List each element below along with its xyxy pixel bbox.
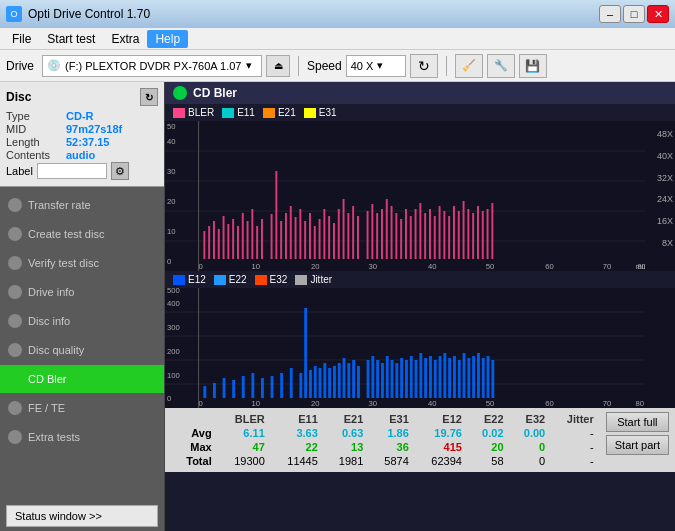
svg-text:30: 30 — [369, 399, 378, 408]
svg-text:70: 70 — [603, 262, 612, 271]
stats-max-e31: 36 — [369, 440, 414, 454]
svg-text:0: 0 — [167, 394, 172, 403]
minimize-button[interactable]: – — [599, 5, 621, 23]
disc-settings-button[interactable]: ⚙ — [111, 162, 129, 180]
menu-extra[interactable]: Extra — [103, 30, 147, 48]
sidebar-item-disc-info[interactable]: Disc info — [0, 307, 164, 335]
svg-rect-77 — [487, 209, 489, 259]
stats-max-e11: 22 — [271, 440, 324, 454]
legend-jitter-text: Jitter — [310, 274, 332, 285]
svg-rect-105 — [251, 373, 254, 398]
menu-file[interactable]: File — [4, 30, 39, 48]
refresh-button[interactable]: ↻ — [410, 54, 438, 78]
drive-select[interactable]: 💿 (F:) PLEXTOR DVDR PX-760A 1.07 ▾ — [42, 55, 262, 77]
svg-rect-60 — [405, 209, 407, 259]
stats-total-e12: 62394 — [415, 454, 468, 468]
disc-mid-val: 97m27s18f — [66, 123, 122, 135]
svg-rect-46 — [333, 223, 335, 259]
sidebar-item-create-test-disc[interactable]: Create test disc — [0, 220, 164, 248]
sidebar-item-cd-bler[interactable]: CD Bler — [0, 365, 164, 393]
svg-rect-56 — [386, 199, 388, 259]
stats-header-e12: E12 — [415, 412, 468, 426]
disc-type-val: CD-R — [66, 110, 94, 122]
svg-rect-38 — [295, 217, 297, 259]
stats-total-e22: 58 — [468, 454, 510, 468]
svg-rect-42 — [314, 226, 316, 259]
disc-label-input[interactable] — [37, 163, 107, 179]
sidebar-item-fe-te[interactable]: FE / TE — [0, 394, 164, 422]
svg-rect-75 — [477, 206, 479, 259]
menu-help[interactable]: Help — [147, 30, 188, 48]
svg-rect-41 — [309, 213, 311, 259]
legend-bler: BLER — [173, 107, 214, 118]
stats-header-e32: E32 — [510, 412, 552, 426]
sidebar-item-transfer-rate[interactable]: Transfer rate — [0, 191, 164, 219]
svg-text:100: 100 — [167, 371, 180, 380]
sidebar-item-drive-info[interactable]: Drive info — [0, 278, 164, 306]
sidebar: Disc ↻ Type CD-R MID 97m27s18f Length 52… — [0, 82, 165, 531]
svg-rect-101 — [213, 383, 216, 398]
disc-header-label: Disc — [6, 90, 31, 104]
stats-max-e21: 13 — [324, 440, 369, 454]
svg-rect-32 — [261, 219, 263, 259]
menu-start-test[interactable]: Start test — [39, 30, 103, 48]
eject-button[interactable]: ⏏ — [266, 55, 290, 77]
svg-rect-123 — [367, 360, 370, 398]
stats-total-e31: 5874 — [369, 454, 414, 468]
sidebar-nav: Transfer rate Create test disc Verify te… — [0, 187, 164, 501]
svg-text:300: 300 — [167, 323, 180, 332]
svg-rect-31 — [256, 226, 258, 259]
speed-select[interactable]: 40 X ▾ — [346, 55, 406, 77]
save-button[interactable]: 💾 — [519, 54, 547, 78]
stats-header-jitter: Jitter — [551, 412, 600, 426]
sidebar-item-extra-tests[interactable]: Extra tests — [0, 423, 164, 451]
start-buttons: Start full Start part — [606, 408, 675, 472]
legend-e12-color — [173, 275, 185, 285]
status-window-button[interactable]: Status window >> — [6, 505, 158, 527]
stats-table: BLER E11 E21 E31 E12 E22 E32 Jitter Avg — [171, 412, 600, 468]
svg-rect-119 — [343, 358, 346, 398]
legend-e22-text: E22 — [229, 274, 247, 285]
svg-rect-27 — [237, 226, 239, 259]
svg-rect-76 — [482, 211, 484, 259]
svg-rect-67 — [439, 206, 441, 259]
svg-text:20: 20 — [311, 399, 320, 408]
sidebar-item-disc-quality[interactable]: Disc quality — [0, 336, 164, 364]
legend-e22-color — [214, 275, 226, 285]
svg-rect-26 — [232, 219, 234, 259]
tool-button[interactable]: 🔧 — [487, 54, 515, 78]
status-window-label: Status window >> — [15, 510, 102, 522]
legend-e22: E22 — [214, 274, 247, 285]
svg-text:400: 400 — [167, 299, 180, 308]
nav-icon-quality — [8, 343, 22, 357]
legend-e32-text: E32 — [270, 274, 288, 285]
drive-label: Drive — [6, 59, 34, 73]
close-button[interactable]: ✕ — [647, 5, 669, 23]
disc-refresh-button[interactable]: ↻ — [140, 88, 158, 106]
legend-e31-color — [304, 108, 316, 118]
nav-label-transfer: Transfer rate — [28, 199, 91, 211]
svg-rect-51 — [357, 216, 359, 259]
chart-top-right-axis: 8X 16X 24X 32X 40X 48X — [645, 121, 675, 256]
svg-rect-73 — [467, 209, 469, 259]
start-part-button[interactable]: Start part — [606, 435, 669, 455]
svg-rect-135 — [424, 358, 427, 398]
speed-value: 40 X — [351, 60, 374, 72]
sidebar-item-verify-test-disc[interactable]: Verify test disc — [0, 249, 164, 277]
svg-rect-28 — [242, 213, 244, 259]
svg-rect-126 — [381, 363, 384, 398]
drive-dropdown-arrow: ▾ — [246, 59, 252, 72]
disc-length-key: Length — [6, 136, 66, 148]
svg-rect-146 — [477, 353, 480, 398]
svg-rect-108 — [280, 373, 283, 398]
svg-rect-54 — [376, 213, 378, 259]
svg-rect-30 — [251, 209, 253, 259]
maximize-button[interactable]: □ — [623, 5, 645, 23]
svg-rect-22 — [213, 221, 215, 259]
svg-rect-111 — [304, 308, 307, 398]
start-full-button[interactable]: Start full — [606, 412, 669, 432]
svg-text:40: 40 — [428, 399, 437, 408]
chart-bottom: 0 10 20 30 40 50 60 70 80 min 0 100 200 … — [165, 288, 675, 408]
stats-section: BLER E11 E21 E31 E12 E22 E32 Jitter Avg — [165, 408, 675, 472]
eraser-button[interactable]: 🧹 — [455, 54, 483, 78]
